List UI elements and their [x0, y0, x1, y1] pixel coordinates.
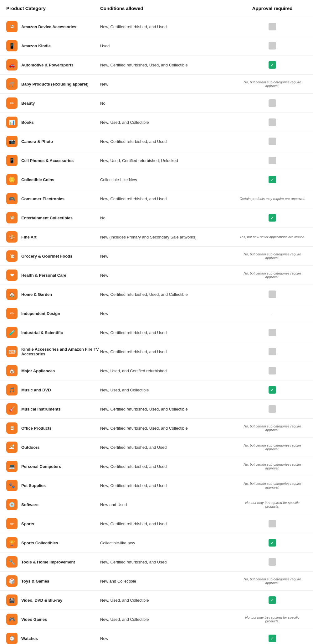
table-row: 🎬Video, DVD & Blu-rayNew, Used, and Coll…	[0, 591, 313, 610]
table-row: 🧪Industrial & ScientificNew, Certified r…	[0, 323, 313, 342]
product-category-table: Product Category Conditions allowed Appr…	[0, 0, 313, 644]
category-name-musical-instruments: Musical Instruments	[21, 407, 61, 411]
approval-cell-home-garden	[238, 291, 307, 298]
category-icon-kindle-accessories: ⌨	[6, 346, 18, 357]
category-cell-sports: ✏Sports	[6, 518, 100, 529]
table-row: 🏆Sports CollectiblesCollectible-like new…	[0, 533, 313, 552]
table-row: 🐾Pet SuppliesNew, Certified refurbished,…	[0, 476, 313, 495]
conditions-cell-office-products: New, Certified refurbished, Used, and Co…	[100, 426, 238, 431]
approval-text: No, but certain sub-categories require a…	[238, 80, 307, 88]
category-cell-amazon-device-accessories: 🖥Amazon Device Accessories	[6, 21, 100, 32]
conditions-cell-amazon-kindle: Used	[100, 44, 238, 48]
table-row: 🛒Baby Products (excluding apparel)NewNo,…	[0, 75, 313, 94]
conditions-cell-musical-instruments: New, Certified refurbished, Used, and Co…	[100, 407, 238, 411]
category-name-fine-art: Fine Art	[21, 235, 37, 239]
approval-grey-box	[269, 520, 276, 527]
conditions-cell-automotive-powersports: New, Certified refurbished, Used, and Co…	[100, 63, 238, 67]
conditions-cell-personal-computers: New, Certified refurbished, and Used	[100, 464, 238, 469]
approval-cell-office-products: No, but certain sub-categories require a…	[238, 424, 307, 432]
approval-grey-box	[269, 291, 276, 298]
approval-cell-sports	[238, 520, 307, 527]
table-row: 🎵Music and DVDNew, Used, and Collectible…	[0, 380, 313, 400]
approval-cell-consumer-electronics: Certain products may require pre-approva…	[238, 197, 307, 201]
approval-grey-box	[269, 367, 276, 374]
category-icon-video-dvd-bluray: 🎬	[6, 594, 18, 606]
table-row: 📱Amazon KindleUsed	[0, 36, 313, 55]
category-cell-cell-phones: 📱Cell Phones & Accessories	[6, 155, 100, 166]
table-row: ✏Independent DesignNew-	[0, 304, 313, 323]
approval-text: No, but may be required for specific pro…	[238, 615, 307, 623]
category-cell-software: 💿Software	[6, 499, 100, 510]
category-icon-personal-computers: 💻	[6, 461, 18, 472]
category-name-health-personal-care: Health & Personal Care	[21, 273, 66, 278]
category-icon-amazon-kindle: 📱	[6, 40, 18, 51]
category-icon-video-games: 🎮	[6, 614, 18, 625]
approval-cell-video-games: No, but may be required for specific pro…	[238, 615, 307, 623]
category-cell-office-products: 🖥Office Products	[6, 422, 100, 434]
header-conditions: Conditions allowed	[100, 6, 238, 11]
category-name-collectible-coins: Collectible Coins	[21, 177, 54, 182]
category-name-outdoors: Outdoors	[21, 445, 40, 450]
category-icon-baby-products: 🛒	[6, 78, 18, 90]
conditions-cell-industrial-scientific: New, Certified refurbished, and Used	[100, 330, 238, 335]
table-row: 🖥Amazon Device AccessoriesNew, Certified…	[0, 17, 313, 36]
category-icon-office-products: 🖥	[6, 422, 18, 434]
approval-grey-box	[269, 138, 276, 145]
category-name-sports: Sports	[21, 521, 34, 526]
table-row: 💿SoftwareNew and UsedNo, but may be requ…	[0, 495, 313, 514]
category-name-consumer-electronics: Consumer Electronics	[21, 196, 64, 201]
conditions-cell-camera-photo: New, Certified refurbished, and Used	[100, 139, 238, 144]
category-cell-video-games: 🎮Video Games	[6, 614, 100, 625]
table-row: ⌨Kindle Accessories and Amazon Fire TV A…	[0, 342, 313, 361]
category-name-industrial-scientific: Industrial & Scientific	[21, 330, 63, 335]
category-name-grocery-gourmet: Grocery & Gourmet Foods	[21, 254, 72, 259]
category-icon-grocery-gourmet: 🛍	[6, 250, 18, 262]
conditions-cell-home-garden: New, Certified refurbished, Used, and Co…	[100, 292, 238, 297]
category-icon-outdoors: 🏕	[6, 442, 18, 453]
conditions-cell-independent-design: New	[100, 311, 238, 316]
conditions-cell-grocery-gourmet: New	[100, 254, 238, 259]
category-icon-industrial-scientific: 🧪	[6, 327, 18, 338]
category-icon-pet-supplies: 🐾	[6, 480, 18, 491]
conditions-cell-sports-collectibles: Collectible-like new	[100, 541, 238, 545]
conditions-cell-entertainment-collectibles: No	[100, 216, 238, 220]
category-name-kindle-accessories: Kindle Accessories and Amazon Fire TV Ac…	[21, 347, 100, 356]
conditions-cell-sports: New, Certified refurbished, and Used	[100, 521, 238, 526]
approval-cell-entertainment-collectibles: ✓	[238, 214, 307, 222]
category-cell-industrial-scientific: 🧪Industrial & Scientific	[6, 327, 100, 338]
category-icon-major-appliances: 🏠	[6, 365, 18, 376]
table-row: 🎮Consumer ElectronicsNew, Certified refu…	[0, 189, 313, 208]
category-icon-entertainment-collectibles: 🖥	[6, 212, 18, 223]
category-cell-toys-games: 🎲Toys & Games	[6, 575, 100, 587]
category-name-toys-games: Toys & Games	[21, 579, 49, 584]
category-icon-sports-collectibles: 🏆	[6, 537, 18, 548]
category-cell-outdoors: 🏕Outdoors	[6, 442, 100, 453]
table-row: 🎮Video GamesNew, Used, and CollectibleNo…	[0, 610, 313, 629]
approval-cell-camera-photo	[238, 138, 307, 145]
conditions-cell-tools-home-improvement: New, Certified refurbished, and Used	[100, 560, 238, 564]
approval-cell-tools-home-improvement	[238, 558, 307, 566]
category-name-sports-collectibles: Sports Collectibles	[21, 541, 58, 545]
category-icon-tools-home-improvement: 🔧	[6, 556, 18, 568]
approval-cell-personal-computers: No, but certain sub-categories require a…	[238, 463, 307, 470]
approval-cell-cell-phones	[238, 157, 307, 164]
approval-check-icon: ✓	[269, 539, 276, 547]
category-cell-amazon-kindle: 📱Amazon Kindle	[6, 40, 100, 51]
category-cell-music-dvd: 🎵Music and DVD	[6, 384, 100, 395]
category-name-video-games: Video Games	[21, 617, 47, 622]
category-cell-sports-collectibles: 🏆Sports Collectibles	[6, 537, 100, 548]
category-icon-musical-instruments: 🎸	[6, 403, 18, 415]
category-icon-automotive-powersports: 🚗	[6, 59, 18, 71]
approval-check-icon: ✓	[269, 635, 276, 642]
category-name-amazon-kindle: Amazon Kindle	[21, 44, 51, 48]
conditions-cell-major-appliances: New, Used, and Certified refurbished	[100, 369, 238, 373]
category-cell-fine-art: 🎨Fine Art	[6, 231, 100, 243]
category-name-independent-design: Independent Design	[21, 311, 60, 316]
approval-check-icon: ✓	[269, 176, 276, 183]
approval-text: No, but certain sub-categories require a…	[238, 577, 307, 585]
approval-cell-fine-art: Yes, but new seller applications are lim…	[238, 235, 307, 239]
approval-grey-box	[269, 348, 276, 355]
category-cell-musical-instruments: 🎸Musical Instruments	[6, 403, 100, 415]
table-row: 🖥Office ProductsNew, Certified refurbish…	[0, 419, 313, 438]
category-cell-tools-home-improvement: 🔧Tools & Home Improvement	[6, 556, 100, 568]
